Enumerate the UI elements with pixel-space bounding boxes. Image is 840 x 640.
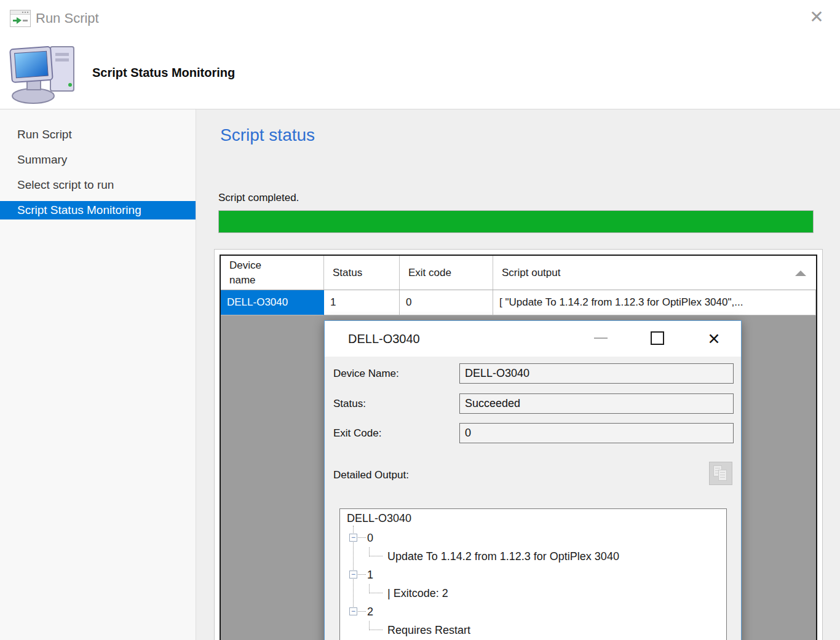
- tree-leaf-label[interactable]: Update To 1.14.2 from 1.12.3 for OptiPle…: [387, 550, 619, 563]
- tree-connector-elbow: [369, 547, 382, 556]
- device-detail-dialog: DELL-O3040 ✕ Device Name: Status: Exit C…: [324, 320, 742, 640]
- tree-collapse-icon[interactable]: −: [349, 571, 357, 579]
- cell-status[interactable]: 1: [324, 290, 400, 315]
- tree-node-label[interactable]: 2: [367, 605, 373, 618]
- sidebar-item-summary[interactable]: Summary: [0, 151, 196, 169]
- tree-leaf-label[interactable]: Requires Restart: [387, 623, 470, 637]
- close-icon: ✕: [708, 330, 721, 347]
- page-title: Script Status Monitoring: [92, 66, 235, 80]
- column-header-status[interactable]: Status: [324, 256, 400, 290]
- app-icon-arrow-head: [17, 17, 22, 24]
- tree-leaf-label[interactable]: | Exitcode: 2: [387, 587, 448, 600]
- progress-bar: [218, 210, 814, 233]
- exit-code-field[interactable]: [460, 424, 733, 443]
- tree-connector-dash: [358, 611, 366, 612]
- tree-node-label[interactable]: 0: [367, 531, 373, 545]
- script-status-message: Script completed.: [218, 192, 299, 204]
- copy-button[interactable]: [709, 462, 732, 485]
- detailed-output-tree: DELL-O3040 − 0 Update To 1.14.2 from 1.1…: [339, 508, 727, 640]
- maximize-icon[interactable]: [651, 331, 664, 345]
- status-field-frame: [459, 393, 734, 414]
- grid-header-row: Device name Status Exit code Script outp…: [221, 256, 816, 290]
- column-header-label: Device name: [229, 258, 274, 288]
- status-label: Status:: [333, 393, 366, 414]
- cell-exit-code[interactable]: 0: [400, 290, 493, 315]
- minimize-icon[interactable]: [594, 338, 608, 339]
- tree-connector-elbow: [369, 584, 382, 593]
- wizard-sidebar: Run Script Summary Select script to run …: [0, 109, 196, 640]
- sidebar-item-run-script[interactable]: Run Script: [0, 125, 196, 144]
- cell-device-name[interactable]: DELL-O3040: [221, 290, 324, 315]
- column-header-label: Script output: [502, 267, 560, 279]
- device-name-label: Device Name:: [333, 363, 399, 384]
- device-name-field[interactable]: [460, 364, 733, 383]
- column-header-device-name[interactable]: Device name: [221, 256, 324, 290]
- column-header-label: Status: [333, 267, 362, 279]
- detailed-output-label: Detailed Output:: [333, 469, 409, 481]
- exit-code-field-frame: [459, 423, 734, 443]
- tree-collapse-icon[interactable]: −: [349, 607, 357, 615]
- tree-connector-elbow: [369, 621, 382, 630]
- table-row[interactable]: DELL-O3040 1 0 [ "Update To 1.14.2 from …: [221, 290, 816, 315]
- app-icon-dots: [27, 12, 28, 13]
- section-heading: Script status: [220, 125, 315, 145]
- device-name-field-frame: [459, 363, 734, 384]
- exit-code-label: Exit Code:: [333, 423, 381, 443]
- dialog-close-button[interactable]: ✕: [699, 321, 729, 357]
- progress-bar-fill: [219, 211, 813, 232]
- dialog-titlebar: DELL-O3040 ✕: [325, 321, 741, 357]
- dialog-title: DELL-O3040: [348, 321, 420, 357]
- sort-ascending-icon: [795, 271, 806, 276]
- tree-connector-dash: [358, 537, 366, 538]
- tree-connector-dash: [358, 574, 366, 575]
- run-script-app-icon: [10, 10, 31, 27]
- tree-node-label[interactable]: 1: [367, 568, 373, 582]
- copy-icon: [718, 470, 727, 481]
- computer-icon: [7, 42, 85, 106]
- window-close-button[interactable]: ✕: [802, 2, 831, 32]
- tree-root-label[interactable]: DELL-O3040: [347, 512, 411, 525]
- app-icon-dash: [23, 20, 28, 22]
- sidebar-item-script-status-monitoring[interactable]: Script Status Monitoring: [0, 201, 196, 219]
- column-header-label: Exit code: [408, 267, 451, 279]
- sidebar-item-select-script[interactable]: Select script to run: [0, 176, 196, 194]
- window-title: Run Script: [36, 0, 99, 37]
- wizard-header: Script Status Monitoring: [0, 37, 840, 109]
- tree-collapse-icon[interactable]: −: [349, 534, 357, 542]
- cell-script-output[interactable]: [ "Update To 1.14.2 from 1.12.3 for Opti…: [493, 290, 816, 315]
- close-icon: ✕: [809, 7, 823, 26]
- column-header-exit-code[interactable]: Exit code: [400, 256, 493, 290]
- window-titlebar: Run Script ✕: [0, 0, 840, 37]
- column-header-script-output[interactable]: Script output: [493, 256, 816, 290]
- status-field[interactable]: [460, 394, 733, 413]
